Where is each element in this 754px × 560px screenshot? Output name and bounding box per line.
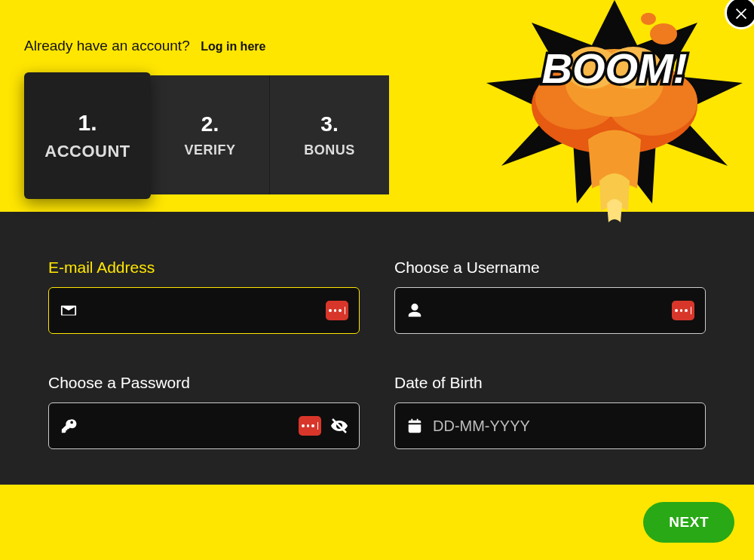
username-label: Choose a Username [394, 259, 706, 277]
email-input-wrap[interactable] [48, 287, 360, 334]
dob-input-wrap[interactable] [394, 402, 706, 449]
step-number: 3. [320, 112, 338, 136]
email-label: E-mail Address [48, 259, 360, 277]
user-icon [406, 302, 424, 319]
password-input-wrap[interactable] [48, 402, 360, 449]
step-number: 1. [78, 110, 97, 136]
envelope-icon [60, 302, 78, 319]
password-input[interactable] [87, 418, 290, 435]
step-label: BONUS [304, 142, 355, 158]
calendar-icon [406, 418, 424, 434]
login-link[interactable]: Log in here [201, 40, 265, 53]
dob-label: Date of Birth [394, 374, 706, 392]
svg-point-8 [641, 13, 656, 25]
close-icon [733, 5, 749, 21]
dob-input[interactable] [433, 418, 694, 435]
validation-badge-icon [299, 416, 321, 436]
toggle-password-visibility-icon[interactable] [330, 417, 348, 435]
step-label: VERIFY [184, 142, 235, 158]
step-verify[interactable]: 2. VERIFY [151, 75, 270, 194]
key-icon [60, 418, 78, 434]
step-number: 2. [201, 112, 219, 136]
username-input-wrap[interactable] [394, 287, 706, 334]
validation-badge-icon [326, 301, 348, 320]
validation-badge-icon [672, 301, 694, 320]
email-input[interactable] [87, 302, 317, 320]
already-have-account-text: Already have an account? [24, 38, 190, 54]
username-input[interactable] [433, 302, 663, 320]
step-account[interactable]: 1. ACCOUNT [24, 72, 151, 199]
step-bonus[interactable]: 3. BONUS [270, 75, 389, 194]
step-label: ACCOUNT [44, 142, 130, 161]
next-button[interactable]: NEXT [643, 502, 734, 543]
password-label: Choose a Password [48, 374, 360, 392]
